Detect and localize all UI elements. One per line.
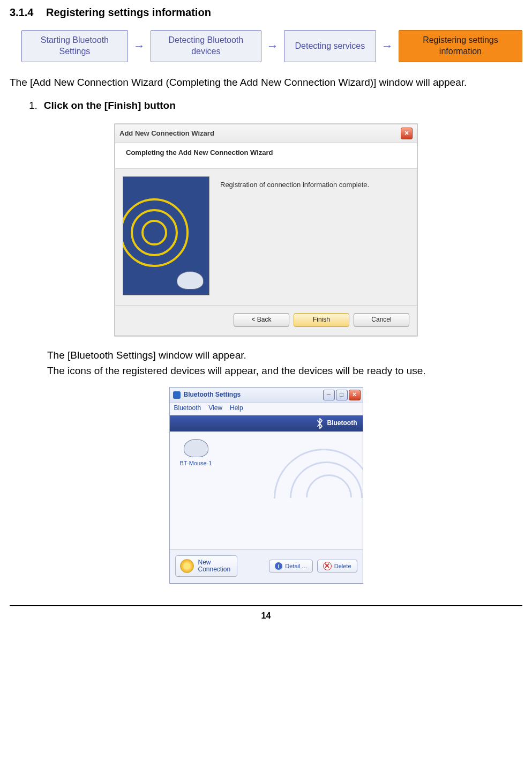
step-text: Click on the [Finish] button (44, 99, 176, 113)
step-line: 1. Click on the [Finish] button (29, 99, 522, 113)
delete-button[interactable]: ✕ Delete (317, 560, 357, 572)
bluetooth-logo-icon (316, 418, 324, 429)
section-heading: 3.1.4 Registering settings information (10, 5, 522, 19)
page-number: 14 (261, 611, 271, 620)
wizard-side-image (123, 176, 209, 295)
mouse-icon (177, 271, 204, 289)
bluetooth-settings-window: Bluetooth Settings – □ × Bluetooth View … (169, 387, 363, 584)
flow-step-2: Detecting Bluetooth devices (151, 30, 261, 62)
intro-paragraph: The [Add New Connection Wizard (Completi… (10, 76, 522, 90)
delete-icon: ✕ (323, 562, 332, 570)
delete-label: Delete (334, 562, 351, 570)
flow-diagram: Starting Bluetooth Settings → Detecting … (21, 30, 522, 62)
close-icon[interactable]: × (401, 128, 413, 139)
bt-device-area: BT-Mouse-1 (170, 432, 363, 550)
section-title: Registering settings information (46, 6, 211, 18)
bt-brand-bar: Bluetooth (170, 415, 363, 432)
wizard-footer: < Back Finish Cancel (115, 305, 417, 336)
maximize-button[interactable]: □ (336, 390, 348, 400)
back-button[interactable]: < Back (234, 313, 289, 327)
bt-footer: New Connection i Detail ... ✕ Delete (170, 550, 363, 583)
menu-help[interactable]: Help (230, 404, 243, 413)
detail-label: Detail ... (285, 562, 306, 570)
new-connection-button[interactable]: New Connection (175, 555, 238, 577)
page-footer: 14 (10, 605, 522, 622)
section-number: 3.1.4 (10, 6, 33, 18)
flow-step-3: Detecting services (284, 30, 376, 62)
detail-button[interactable]: i Detail ... (269, 560, 312, 572)
info-icon: i (275, 562, 282, 570)
wizard-body: Registration of connection information c… (115, 169, 417, 305)
bt-title-text: Bluetooth Settings (184, 391, 241, 399)
flow-step-1: Starting Bluetooth Settings (21, 30, 128, 62)
step-number: 1. (29, 99, 38, 113)
mouse-device-icon (184, 439, 208, 457)
arrow-icon: → (133, 39, 145, 54)
device-label: BT-Mouse-1 (177, 459, 215, 467)
arrow-icon: → (381, 39, 393, 54)
result-line-2: The icons of the registered devices will… (47, 365, 522, 378)
device-item[interactable]: BT-Mouse-1 (177, 439, 215, 467)
wizard-window: Add New Connection Wizard × Completing t… (115, 124, 417, 336)
bt-brand-text: Bluetooth (327, 419, 357, 428)
result-line-1: The [Bluetooth Settings] window will app… (47, 349, 522, 362)
bt-menubar: Bluetooth View Help (170, 403, 363, 415)
menu-bluetooth[interactable]: Bluetooth (174, 404, 201, 413)
bluetooth-icon (173, 391, 181, 399)
new-connection-icon (180, 559, 194, 573)
close-button[interactable]: × (349, 390, 361, 400)
menu-view[interactable]: View (208, 404, 222, 413)
bt-titlebar: Bluetooth Settings – □ × (170, 388, 363, 403)
window-buttons: – □ × (323, 390, 361, 400)
finish-button[interactable]: Finish (294, 313, 349, 327)
wizard-titlebar: Add New Connection Wizard × (115, 124, 417, 143)
minimize-button[interactable]: – (323, 390, 335, 400)
newconn-label-2: Connection (198, 566, 231, 573)
wizard-subtitle: Completing the Add New Connection Wizard (115, 143, 417, 169)
wizard-title-text: Add New Connection Wizard (119, 129, 214, 138)
flow-step-4: Registering settings information (399, 30, 522, 62)
wizard-message: Registration of connection information c… (220, 176, 409, 300)
newconn-label-1: New (198, 559, 211, 566)
cancel-button[interactable]: Cancel (354, 313, 409, 327)
arrow-icon: → (267, 39, 279, 54)
